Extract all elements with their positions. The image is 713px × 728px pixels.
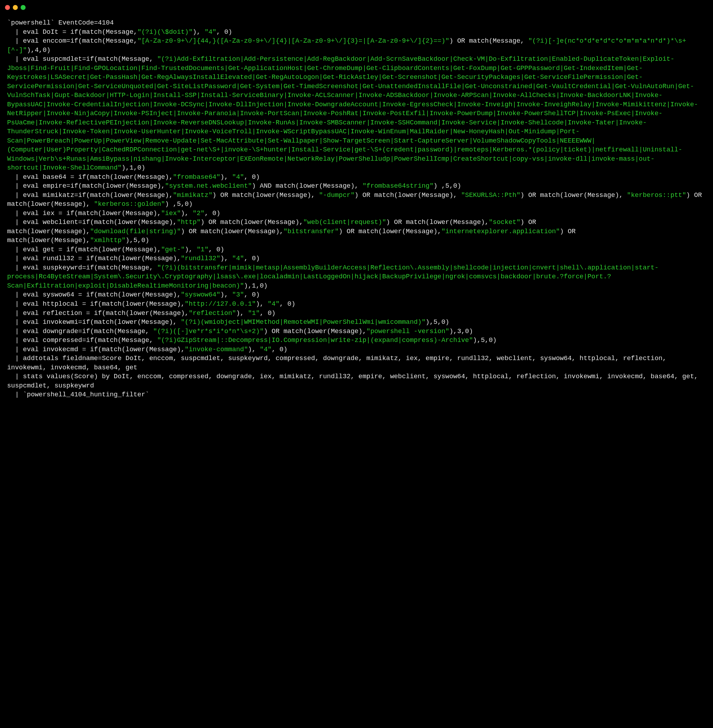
close-icon[interactable] (5, 5, 10, 10)
terminal-window: `powershell` EventCode=4104 | eval DoIt … (0, 0, 713, 409)
code-line: | eval httplocal = if(match(lower(Messag… (7, 301, 295, 308)
code-line: | eval invokecmd = if(match(lower(Messag… (7, 346, 287, 353)
titlebar (0, 0, 713, 10)
minimize-icon[interactable] (13, 5, 18, 10)
code-line: | `powershell_4104_hunting_filter` (7, 391, 149, 399)
code-line: | eval invokewmi=if(match(lower(Message)… (7, 319, 449, 326)
code-line: | addtotals fieldname=Score DoIt, enccom… (7, 355, 670, 371)
code-line: | eval enccom=if(match(Message,"[A-Za-z0… (7, 37, 686, 54)
code-line: | eval webclient=if(match(lower(Message)… (7, 219, 580, 244)
code-line: | stats values(Score) by DoIt, enccom, c… (7, 373, 702, 390)
code-line: | eval DoIt = if(match(Message,"(?i)(\$d… (7, 28, 232, 36)
code-line: | eval compressed=if(match(Message, "(?i… (7, 336, 497, 344)
code-line: | eval rundll32 = if(match(lower(Message… (7, 255, 260, 262)
code-line: | eval reflection = if(match(lower(Messa… (7, 310, 276, 317)
code-line: | eval empire=if(match(lower(Message),"s… (7, 182, 461, 190)
code-line: | eval syswow64 = if(match(lower(Message… (7, 291, 260, 299)
code-block: `powershell` EventCode=4104 | eval DoIt … (0, 10, 713, 409)
code-line: | eval iex = if(match(lower(Message),"ie… (7, 210, 221, 217)
maximize-icon[interactable] (21, 5, 25, 10)
code-line: | eval mimikatz=if(match(lower(Message),… (7, 192, 706, 208)
code-line: | eval get = if(match(lower(Message),"ge… (7, 246, 224, 253)
code-line: | eval downgrade=if(match(Message, "(?i)… (7, 328, 473, 335)
code-line: `powershell` EventCode=4104 (7, 19, 114, 27)
code-line: | eval suspcmdlet=if(match(Message, "(?i… (7, 55, 698, 172)
code-line: | eval suspkeywrd=if(match(Message, "(?i… (7, 264, 659, 290)
code-line: | eval base64 = if(match(lower(Message),… (7, 173, 260, 181)
